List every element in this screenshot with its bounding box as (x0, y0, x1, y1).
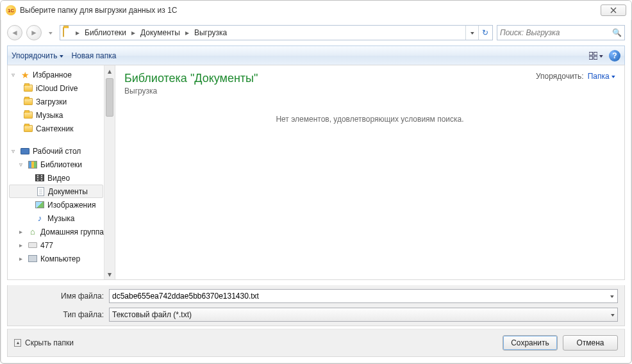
chevron-down-icon[interactable]: ▾ (610, 293, 614, 299)
view-mode-button[interactable]: ▾ (588, 49, 604, 63)
cancel-button[interactable]: Отмена (563, 335, 618, 351)
music-icon: ♪ (35, 213, 45, 224)
close-button[interactable] (601, 4, 626, 16)
titlebar: 1C Выберите папку для выгрузки данных из… (1, 1, 631, 20)
chevron-down-icon: ▾ (611, 73, 615, 79)
search-icon: 🔍 (612, 28, 622, 37)
tree-label: Сантехник (36, 124, 73, 133)
svg-rect-1 (594, 52, 597, 55)
tree-label: Библиотеки (40, 160, 82, 169)
filename-input[interactable] (109, 289, 618, 303)
back-button[interactable]: ◄ (7, 25, 22, 40)
folder-icon (23, 124, 33, 134)
tree-label: Видео (47, 174, 70, 183)
content-pane: Библиотека "Документы" Выгрузка Упорядоч… (115, 65, 624, 279)
filename-label: Имя файла: (61, 292, 104, 301)
window-title: Выберите папку для выгрузки данных из 1С (20, 6, 177, 15)
breadcrumb-documents[interactable]: Документы (137, 26, 184, 40)
app-1c-icon: 1C (6, 5, 16, 15)
chevron-down-icon: ▾ (60, 53, 63, 59)
address-bar[interactable]: ▸ Библиотеки ▸ Документы ▸ Выгрузка ▾ ↻ (60, 25, 493, 40)
tree-fav-music[interactable]: Музыка (8, 108, 115, 122)
scroll-thumb[interactable] (106, 78, 113, 117)
document-icon (35, 186, 46, 197)
refresh-icon: ↻ (482, 28, 488, 37)
arrow-right-icon: ► (30, 28, 38, 37)
content-header: Библиотека "Документы" Выгрузка Упорядоч… (115, 65, 624, 98)
history-dropdown[interactable]: ▾ (46, 25, 56, 40)
filetype-combo[interactable]: Текстовый файл (*.txt) ▾ (109, 308, 618, 322)
tree-scrollbar[interactable]: ▴ ▾ (104, 65, 115, 279)
save-button[interactable]: Сохранить (503, 335, 558, 351)
tree-label: Документы (48, 187, 88, 196)
expand-icon: ▸ (19, 242, 26, 249)
expand-icon: ▿ (19, 161, 26, 168)
desktop-icon (20, 146, 30, 156)
homegroup-icon: ⌂ (28, 227, 38, 237)
empty-message: Нет элементов, удовлетворяющих условиям … (115, 115, 624, 124)
arrange-by: Упорядочить: Папка ▾ (536, 72, 615, 81)
folder-icon (23, 97, 33, 107)
help-icon: ? (612, 51, 617, 60)
tree-lib-music[interactable]: ♪Музыка (8, 211, 115, 225)
tree-homegroup[interactable]: ▸⌂Домашняя группа (8, 225, 115, 238)
breadcrumb-current[interactable]: Выгрузка (190, 26, 231, 40)
chevron-down-icon: ▾ (470, 29, 474, 36)
arrow-left-icon: ◄ (11, 28, 19, 37)
expand-icon: ▿ (12, 71, 19, 78)
video-icon (35, 173, 45, 183)
tree-desktop[interactable]: ▿ Рабочий стол (8, 144, 115, 158)
folder-icon (23, 110, 33, 120)
file-fields-panel: Имя файла: ▾ Тип файла: Текстовый файл (… (7, 285, 625, 326)
library-subtitle: Выгрузка (124, 87, 258, 95)
breadcrumb-sep: ▸ (74, 28, 81, 37)
close-icon (610, 7, 617, 13)
tree-lib-images[interactable]: Изображения (8, 198, 115, 211)
tree-label: Загрузки (36, 97, 67, 106)
forward-button[interactable]: ► (26, 25, 42, 40)
tree-lib-documents[interactable]: Документы (9, 185, 103, 198)
tree-label: 477 (40, 241, 53, 250)
image-icon (35, 200, 45, 210)
libraries-icon (28, 160, 38, 170)
new-folder-button[interactable]: Новая папка (71, 51, 116, 60)
tree-label: Изображения (47, 201, 96, 210)
svg-rect-2 (589, 56, 593, 60)
new-folder-label: Новая папка (71, 51, 116, 60)
hide-folders-button[interactable]: ▴ Скрыть папки (14, 338, 74, 347)
arrange-value[interactable]: Папка ▾ (588, 72, 615, 81)
search-input[interactable] (500, 28, 612, 37)
star-icon: ★ (20, 70, 30, 80)
tree-favorites[interactable]: ▿ ★ Избранное (8, 68, 115, 81)
folder-icon (23, 83, 33, 94)
tree-computer[interactable]: ▸Компьютер (8, 252, 115, 265)
tree-label: Домашняя группа (40, 228, 104, 236)
organize-label: Упорядочить (12, 51, 57, 60)
address-history-button[interactable]: ▾ (465, 26, 478, 40)
tree-fav-custom[interactable]: Сантехник (8, 122, 115, 135)
breadcrumb-libraries[interactable]: Библиотеки (81, 26, 130, 40)
help-button[interactable]: ? (609, 50, 620, 62)
tree-fav-icloud[interactable]: iCloud Drive (8, 81, 115, 95)
collapse-icon: ▴ (14, 339, 21, 347)
chevron-down-icon: ▾ (49, 29, 53, 36)
refresh-button[interactable]: ↻ (478, 26, 491, 40)
tree-lib-video[interactable]: Видео (8, 171, 115, 185)
tree-label: Рабочий стол (33, 147, 81, 156)
scroll-down-icon[interactable]: ▾ (104, 269, 115, 279)
chevron-down-icon: ▾ (611, 311, 615, 318)
svg-rect-3 (594, 56, 597, 60)
hide-folders-label: Скрыть папки (25, 338, 74, 347)
dialog-footer: ▴ Скрыть папки Сохранить Отмена (7, 329, 625, 357)
filetype-value: Текстовый файл (*.txt) (112, 310, 611, 319)
tree-fav-downloads[interactable]: Загрузки (8, 95, 115, 108)
scroll-up-icon[interactable]: ▴ (104, 65, 115, 76)
expand-icon: ▸ (19, 255, 26, 262)
organize-menu[interactable]: Упорядочить ▾ (12, 51, 63, 60)
tree-label: Избранное (33, 70, 72, 79)
search-box[interactable]: 🔍 (497, 25, 625, 40)
tree-drive[interactable]: ▸477 (8, 238, 115, 252)
expand-icon: ▿ (12, 147, 19, 154)
filetype-label: Тип файла: (63, 310, 104, 319)
tree-libraries[interactable]: ▿ Библиотеки (8, 158, 115, 171)
